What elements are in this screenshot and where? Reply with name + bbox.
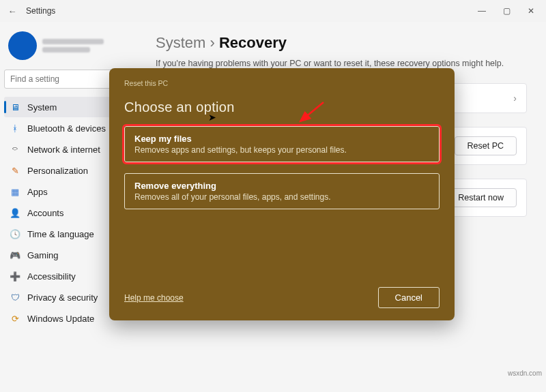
chevron-right-icon: › — [513, 93, 517, 104]
option-desc: Removes all of your personal files, apps… — [134, 192, 429, 202]
clock-icon: 🕓 — [10, 228, 20, 239]
option-remove-everything[interactable]: Remove everything Removes all of your pe… — [124, 173, 440, 209]
person-icon: 👤 — [10, 207, 20, 218]
avatar — [8, 31, 37, 60]
reset-dialog: Reset this PC Choose an option Keep my f… — [109, 68, 455, 320]
sidebar-item-label: Accounts — [27, 208, 63, 218]
cancel-button[interactable]: Cancel — [378, 287, 440, 308]
sidebar-item-label: Network & internet — [27, 145, 100, 155]
close-button[interactable]: ✕ — [519, 1, 543, 20]
window-title: Settings — [26, 6, 55, 16]
wifi-icon: ⌔ — [10, 144, 20, 155]
reset-pc-button[interactable]: Reset PC — [455, 136, 517, 155]
bluetooth-icon: ᚼ — [10, 123, 20, 134]
dialog-title: Choose an option — [124, 100, 440, 115]
sidebar-item-label: Bluetooth & devices — [27, 123, 106, 134]
option-keep-files[interactable]: Keep my files Removes apps and settings,… — [124, 126, 440, 162]
profile-block[interactable] — [4, 27, 132, 70]
sidebar-item-label: Windows Update — [27, 314, 94, 324]
sidebar-item-label: System — [27, 102, 57, 112]
watermark: wsxdn.com — [508, 370, 542, 377]
update-icon: ⟳ — [10, 313, 20, 324]
dialog-breadcrumb: Reset this PC — [124, 79, 440, 87]
breadcrumb-sep: › — [210, 34, 214, 51]
breadcrumb-parent[interactable]: System — [156, 34, 205, 51]
gaming-icon: 🎮 — [10, 250, 20, 260]
system-icon: 🖥 — [10, 102, 20, 112]
sidebar-item-label: Privacy & security — [27, 292, 98, 303]
option-desc: Removes apps and settings, but keeps you… — [134, 145, 429, 155]
sidebar-item-label: Accessibility — [27, 271, 76, 282]
sidebar-item-label: Gaming — [27, 250, 59, 260]
titlebar: ← Settings ― ▢ ✕ — [0, 0, 546, 22]
apps-icon: ▦ — [10, 186, 20, 197]
maximize-button[interactable]: ▢ — [494, 1, 519, 20]
brush-icon: ✎ — [10, 165, 20, 176]
option-title: Remove everything — [134, 181, 429, 191]
profile-email — [42, 47, 90, 52]
help-link[interactable]: Help me choose — [124, 293, 184, 303]
back-button[interactable]: ← — [3, 6, 22, 16]
minimize-button[interactable]: ― — [470, 1, 494, 20]
dialog-footer: Help me choose Cancel — [124, 273, 440, 308]
breadcrumb-current: Recovery — [219, 34, 287, 51]
restart-now-button[interactable]: Restart now — [445, 188, 517, 207]
option-title: Keep my files — [134, 134, 429, 144]
accessibility-icon: ➕ — [10, 271, 20, 282]
profile-name — [42, 39, 104, 44]
shield-icon: 🛡 — [10, 292, 20, 303]
sidebar-item-label: Apps — [27, 187, 48, 197]
sidebar-item-label: Time & language — [27, 229, 94, 239]
sidebar-item-label: Personalization — [27, 166, 88, 176]
page-subtext: If you're having problems with your PC o… — [156, 59, 527, 68]
breadcrumb: System › Recovery — [156, 34, 527, 52]
window-controls: ― ▢ ✕ — [470, 1, 543, 20]
